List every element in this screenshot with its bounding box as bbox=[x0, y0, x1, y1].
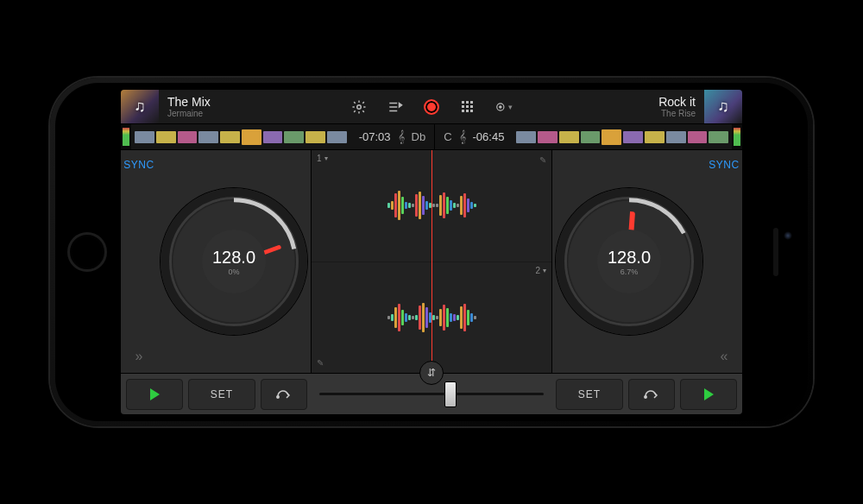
grid-icon[interactable] bbox=[459, 98, 476, 116]
earpiece bbox=[773, 228, 778, 276]
svg-rect-4 bbox=[462, 105, 464, 108]
deck-b-play-button[interactable] bbox=[680, 379, 737, 410]
deck-a-time-key: -07:03 𝄞 Db bbox=[350, 124, 435, 149]
deck-a-sync-button[interactable]: SYNC bbox=[123, 159, 154, 171]
settings-icon[interactable] bbox=[350, 98, 368, 116]
play-icon bbox=[704, 388, 714, 400]
home-button[interactable] bbox=[67, 232, 107, 272]
crossfader-track bbox=[319, 393, 544, 395]
deck-a-bpm: 128.0 bbox=[212, 248, 255, 268]
front-camera bbox=[784, 231, 792, 240]
svg-rect-2 bbox=[466, 101, 469, 104]
playhead bbox=[432, 150, 432, 373]
app-screen: ♫ The Mix Jermaine ▾ Rock it The Rise ♫ bbox=[121, 90, 742, 414]
crossfader-handle[interactable] bbox=[444, 381, 457, 407]
phone-frame: ♫ The Mix Jermaine ▾ Rock it The Rise ♫ bbox=[50, 78, 813, 426]
deck-b-jogwheel[interactable]: 128.0 6.7% bbox=[556, 188, 702, 335]
deck-a-artwork[interactable]: ♫ bbox=[121, 90, 159, 123]
queue-icon[interactable] bbox=[387, 98, 404, 116]
deck-a-key: Db bbox=[412, 130, 426, 143]
svg-rect-5 bbox=[466, 105, 469, 108]
automix-icon[interactable]: ▾ bbox=[495, 98, 513, 116]
svg-point-0 bbox=[357, 104, 362, 109]
expand-left-icon[interactable]: » bbox=[135, 349, 143, 364]
treble-clef-icon: 𝄞 bbox=[398, 129, 405, 144]
deck-b-key: C bbox=[444, 130, 451, 143]
waveform-panel: 1▾ ✎ 2▾ ✎ ⇵ bbox=[311, 150, 552, 373]
deck-b-artwork[interactable]: ♫ bbox=[704, 90, 742, 123]
svg-rect-8 bbox=[466, 110, 469, 112]
waveform-mode-toggle[interactable]: ⇵ bbox=[419, 361, 444, 385]
deck-a-tempo-pct: 0% bbox=[228, 268, 239, 276]
deck-b: 128.0 6.7% bbox=[552, 150, 706, 373]
deck-a-cue-set-button[interactable]: SET bbox=[188, 379, 255, 410]
deck-b-center: 128.0 6.7% bbox=[597, 230, 661, 293]
deck-a-time: -07:03 bbox=[359, 130, 391, 143]
svg-rect-3 bbox=[470, 101, 473, 104]
svg-point-11 bbox=[500, 105, 501, 107]
deck-b-time-key: -06:45 𝄞 C bbox=[435, 124, 513, 149]
svg-rect-9 bbox=[470, 110, 473, 112]
svg-rect-6 bbox=[470, 105, 473, 108]
svg-rect-7 bbox=[462, 110, 464, 112]
info-strip: -07:03 𝄞 Db -06:45 𝄞 C bbox=[121, 124, 742, 150]
deck-b-tempo-pct: 6.7% bbox=[620, 268, 639, 276]
play-icon bbox=[150, 388, 160, 400]
deck-a-center: 128.0 0% bbox=[202, 230, 266, 293]
expand-right-icon[interactable]: « bbox=[721, 349, 728, 364]
deck-b-cue-set-button[interactable]: SET bbox=[556, 379, 623, 410]
record-button[interactable] bbox=[423, 98, 440, 116]
deck-b-track-info[interactable]: Rock it The Rise bbox=[514, 90, 704, 123]
deck-a-level-meter bbox=[121, 124, 131, 149]
deck-a-artist: Jermaine bbox=[167, 109, 340, 118]
center-toolbar: ▾ bbox=[349, 90, 514, 123]
deck-b-sync-button[interactable]: SYNC bbox=[709, 159, 739, 171]
svg-rect-1 bbox=[462, 101, 464, 104]
edit-icon[interactable]: ✎ bbox=[317, 358, 324, 368]
deck-b-level-meter bbox=[732, 124, 742, 149]
deck-a-play-button[interactable] bbox=[126, 379, 183, 410]
deck-b-overview-wave[interactable] bbox=[513, 124, 732, 149]
deck-a-wave-label: 1▾ bbox=[317, 154, 328, 163]
right-side-panel: SYNC « bbox=[706, 150, 742, 373]
deck-b-cue-jump-button[interactable] bbox=[628, 379, 675, 410]
svg-point-15 bbox=[645, 395, 646, 397]
top-bar: ♫ The Mix Jermaine ▾ Rock it The Rise ♫ bbox=[121, 90, 742, 124]
deck-b-time: -06:45 bbox=[473, 130, 505, 143]
deck-b-wave-label: 2▾ bbox=[535, 266, 546, 275]
left-side-panel: SYNC » bbox=[121, 150, 157, 373]
treble-clef-icon: 𝄞 bbox=[459, 129, 466, 144]
svg-point-14 bbox=[277, 395, 279, 397]
deck-a: 128.0 0% bbox=[157, 150, 311, 373]
deck-b-artist: The Rise bbox=[523, 109, 696, 118]
music-note-icon: ♫ bbox=[704, 90, 742, 123]
edit-icon[interactable]: ✎ bbox=[539, 155, 546, 165]
music-note-icon: ♫ bbox=[121, 90, 159, 123]
deck-b-bpm: 128.0 bbox=[608, 248, 651, 268]
deck-a-cue-jump-button[interactable] bbox=[261, 379, 307, 410]
deck-a-track-info[interactable]: The Mix Jermaine bbox=[159, 90, 349, 123]
deck-a-jogwheel[interactable]: 128.0 0% bbox=[161, 188, 307, 335]
deck-b-title: Rock it bbox=[523, 96, 696, 108]
deck-a-overview-wave[interactable] bbox=[131, 124, 350, 149]
deck-a-title: The Mix bbox=[167, 96, 340, 108]
deck-area: SYNC » 128.0 0% 1▾ ✎ bbox=[121, 150, 742, 373]
